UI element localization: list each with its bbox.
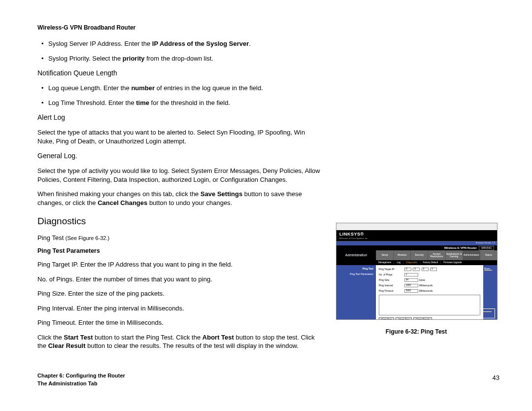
- tab-setup[interactable]: Setup: [376, 250, 393, 260]
- subnav-management[interactable]: Management: [376, 261, 394, 264]
- bold: Abort Test: [202, 334, 234, 341]
- unit-ms-1: Milliseconds: [419, 284, 432, 287]
- input-no-pings[interactable]: 1: [404, 273, 418, 276]
- tab-security[interactable]: Security: [410, 250, 428, 260]
- subnav-firmware-upgrade[interactable]: Firmware Upgrade: [441, 261, 464, 264]
- section-title-admin: Administration: [336, 250, 376, 260]
- heading-ping-params: Ping Test Parameters: [37, 247, 323, 255]
- bold: number: [131, 84, 155, 92]
- bullet-log-time-threshold: Log Time Threshold. Enter the time for t…: [37, 99, 323, 107]
- heading-notification-queue: Notification Queue Length: [37, 68, 323, 78]
- page-header: Wireless-G VPN Broadband Router: [37, 24, 135, 32]
- input-ip-4[interactable]: 0: [430, 268, 437, 271]
- firmware-version: Firmware Version: 1.0: [476, 241, 495, 244]
- text: button to clear the results. The results…: [86, 342, 299, 349]
- unit-ms-2: Milliseconds: [419, 289, 432, 293]
- more-link[interactable]: More...: [484, 267, 492, 270]
- bold: priority: [123, 55, 145, 62]
- bold: IP Address of the Syslog Server: [152, 40, 249, 47]
- footer-chapter: Chapter 6: Configuring the Router: [37, 372, 125, 379]
- bold: Start Test: [64, 334, 93, 341]
- router-blueband: Firmware Version: 1.0: [336, 241, 497, 245]
- bullet-log-queue-length: Log queue Length. Enter the number of en…: [37, 84, 323, 93]
- tab-wireless[interactable]: Wireless: [393, 250, 410, 260]
- input-ip-3[interactable]: 0: [422, 268, 429, 271]
- para-buttons: Click the Start Test button to start the…: [37, 333, 323, 350]
- label-ping-size: Ping Size:: [379, 278, 404, 282]
- text: Syslog Priority. Select the: [48, 55, 123, 62]
- heading-ping-test: Ping Test (See Figure 6-32.): [37, 234, 323, 242]
- ping-results-box: [379, 295, 480, 315]
- input-ping-interval[interactable]: 1000: [404, 284, 418, 287]
- router-topbar: LINKSYS® A Division of Cisco Systems, In…: [336, 230, 497, 241]
- text: Ping Test: [37, 234, 66, 241]
- panel-ping-test: Ping Test: [338, 267, 373, 271]
- unit-bytes: bytes: [419, 278, 425, 282]
- text: When finished making your changes on thi…: [37, 190, 200, 198]
- text: Log Time Threshold. Enter the: [48, 99, 136, 106]
- para-alert-log: Select the type of attacks that you want…: [37, 128, 323, 145]
- para-no-of-pings: No. of Pings. Enter the number of times …: [37, 275, 323, 284]
- bold: Save Settings: [200, 190, 242, 198]
- start-test-button[interactable]: Start Test: [379, 317, 394, 320]
- page-number: 43: [493, 374, 499, 382]
- text: button to start the Ping Test. Click the: [93, 334, 202, 341]
- bold: Cancel Changes: [98, 199, 147, 206]
- bullet-syslog-ip: Syslog Server IP Address. Enter the IP A…: [37, 39, 323, 48]
- main-content: Syslog Server IP Address. Enter the IP A…: [37, 39, 323, 356]
- cisco-logo-icon: [479, 308, 495, 318]
- clear-result-button[interactable]: Clear Result: [413, 317, 432, 320]
- label-target-ip: Ping Target IP:: [379, 268, 404, 271]
- para-ping-target: Ping Target IP. Enter the IP Address tha…: [37, 260, 323, 269]
- brand-logo: LINKSYS®: [339, 231, 364, 237]
- router-form: Ping Target IP: 0. 0. 0. 0 No. of Pings:…: [376, 265, 483, 320]
- text: of entries in the log queue in the field…: [155, 84, 263, 92]
- heading-alert-log: Alert Log: [37, 113, 323, 122]
- router-model: WRV54G: [479, 246, 494, 250]
- input-ping-timeout[interactable]: 5000: [404, 289, 418, 293]
- bold: time: [136, 99, 149, 106]
- subnav-log[interactable]: Log: [394, 261, 403, 264]
- para-ping-timeout: Ping Timeout. Enter the time in Millisec…: [37, 318, 323, 327]
- bold: Clear Result: [48, 342, 86, 349]
- page-footer: Chapter 6: Configuring the Router The Ad…: [37, 372, 125, 387]
- input-ip-2[interactable]: 0: [413, 268, 420, 271]
- help-column: More...: [483, 265, 497, 320]
- panel-ping-params: Ping Test Parameters: [338, 273, 373, 276]
- tab-administration[interactable]: Administration: [463, 250, 480, 260]
- tab-applications-gaming[interactable]: Applications & Gaming: [445, 250, 463, 260]
- figure-reference: (See Figure 6-32.): [66, 235, 109, 241]
- label-ping-interval: Ping Interval:: [379, 284, 404, 287]
- input-ip-1[interactable]: 0: [404, 268, 411, 271]
- heading-general-log: General Log.: [37, 151, 323, 161]
- text: from the drop-down list.: [145, 55, 213, 62]
- text: Log queue Length. Enter the: [48, 84, 131, 92]
- router-left-panel: Ping Test Ping Test Parameters: [336, 265, 376, 320]
- router-title: Wireless-G VPN Router: [444, 246, 477, 250]
- abort-test-button[interactable]: Abort Test: [396, 317, 411, 320]
- para-ping-size: Ping Size. Enter the size of the ping pa…: [37, 289, 323, 298]
- figure-caption: Figure 6-32: Ping Test: [336, 328, 497, 336]
- para-general-log: Select the type of activity you would li…: [37, 167, 323, 184]
- subnav-factory-default[interactable]: Factory Default: [421, 261, 441, 264]
- para-finish: When finished making your changes on thi…: [37, 190, 323, 207]
- label-ping-timeout: Ping Timeout:: [379, 289, 404, 293]
- router-window: LINKSYS® A Division of Cisco Systems, In…: [336, 223, 498, 320]
- text: .: [249, 40, 251, 47]
- heading-diagnostics: Diagnostics: [37, 215, 323, 228]
- footer-tab: The Administration Tab: [37, 380, 125, 387]
- text: Click the: [37, 334, 64, 341]
- bullet-syslog-priority: Syslog Priority. Select the priority fro…: [37, 54, 323, 63]
- text: button to undo your changes.: [147, 199, 232, 206]
- text: for the threshold in the field.: [149, 99, 230, 106]
- figure-ping-test: LINKSYS® A Division of Cisco Systems, In…: [336, 223, 497, 336]
- tab-status[interactable]: Status: [480, 250, 497, 260]
- input-ping-size[interactable]: 64: [404, 278, 418, 282]
- tab-access-restrictions[interactable]: Access Restrictions: [428, 250, 445, 260]
- label-no-of-pings: No. of Pings:: [379, 273, 404, 276]
- para-ping-interval: Ping Interval. Enter the ping interval i…: [37, 304, 323, 313]
- subnav-diagnostics[interactable]: Diagnostics: [403, 261, 420, 264]
- text: Syslog Server IP Address. Enter the: [48, 40, 152, 47]
- brand-subtitle: A Division of Cisco Systems, Inc.: [339, 237, 368, 240]
